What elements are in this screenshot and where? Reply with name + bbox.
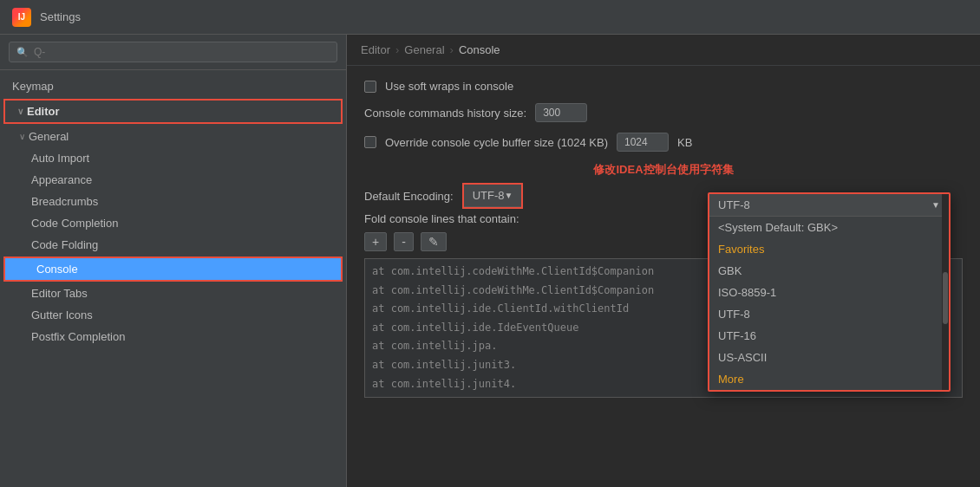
soft-wraps-row: Use soft wraps in console [364, 80, 963, 93]
sidebar-content: Keymap ∨ Editor ∨ General Auto Import Ap… [0, 70, 346, 487]
editor-chevron: ∨ [17, 107, 23, 116]
dropdown-item-more[interactable]: More [709, 368, 949, 390]
sidebar-item-postfix-completion[interactable]: Postfix Completion [0, 326, 346, 347]
search-field[interactable] [34, 46, 330, 58]
editor-label: Editor [27, 105, 60, 118]
dropdown-item-utf-16[interactable]: UTF-16 [709, 325, 949, 347]
auto-import-label: Auto Import [31, 152, 89, 165]
fold-remove-button[interactable]: - [394, 232, 414, 251]
encoding-dropdown[interactable]: UTF-8 ▼ [462, 183, 524, 209]
appearance-label: Appearance [31, 173, 92, 186]
encoding-selected-value: UTF-8 [473, 189, 505, 202]
sidebar: 🔍 Keymap ∨ Editor ∨ General Auto Impo [0, 35, 347, 487]
code-folding-label: Code Folding [31, 238, 98, 251]
encoding-dropdown-arrow: ▼ [504, 191, 513, 200]
breadcrumb-sep-2: › [450, 43, 454, 56]
history-size-input[interactable] [535, 103, 587, 122]
sidebar-item-keymap[interactable]: Keymap [0, 75, 346, 97]
title-bar: IJ Settings [0, 0, 980, 35]
general-chevron: ∨ [19, 132, 25, 141]
soft-wraps-checkbox[interactable] [364, 81, 376, 93]
buffer-size-checkbox[interactable] [364, 136, 376, 148]
buffer-size-row: Override console cycle buffer size (1024… [364, 133, 963, 152]
sidebar-item-breadcrumbs[interactable]: Breadcrumbs [0, 191, 346, 212]
buffer-size-label: Override console cycle buffer size (1024… [385, 136, 608, 149]
history-size-label: Console commands history size: [364, 107, 526, 120]
code-completion-label: Code Completion [31, 217, 118, 230]
app-logo: IJ [12, 8, 31, 27]
content-area: Editor › General › Console Use soft wrap… [347, 35, 980, 487]
dropdown-item-utf-8[interactable]: UTF-8 [709, 303, 949, 325]
dropdown-scrollbar-thumb[interactable] [943, 272, 948, 324]
sidebar-item-gutter-icons[interactable]: Gutter Icons [0, 304, 346, 326]
postfix-completion-label: Postfix Completion [31, 330, 125, 343]
breadcrumb-sep-1: › [395, 43, 399, 56]
encoding-label: Default Encoding: [364, 190, 454, 203]
breadcrumb: Editor › General › Console [347, 35, 980, 66]
soft-wraps-label: Use soft wraps in console [385, 80, 513, 93]
breadcrumb-console: Console [459, 43, 500, 56]
sidebar-item-code-folding[interactable]: Code Folding [0, 234, 346, 256]
fold-add-button[interactable]: + [364, 232, 387, 251]
editor-tabs-label: Editor Tabs [31, 287, 88, 300]
search-bar: 🔍 [0, 35, 346, 70]
sidebar-item-code-completion[interactable]: Code Completion [0, 212, 346, 234]
notice-text: 修改IDEA控制台使用字符集 [593, 163, 733, 176]
sidebar-item-editor-tabs[interactable]: Editor Tabs [0, 282, 346, 304]
sidebar-item-editor[interactable]: ∨ Editor [5, 101, 341, 122]
dropdown-header-value: UTF-8 [718, 198, 750, 211]
sidebar-item-appearance[interactable]: Appearance [0, 169, 346, 191]
dropdown-header-arrow: ▼ [931, 200, 940, 210]
sidebar-item-auto-import[interactable]: Auto Import [0, 147, 346, 169]
dropdown-item-iso-8859-1[interactable]: ISO-8859-1 [709, 282, 949, 303]
keymap-label: Keymap [12, 80, 54, 93]
search-icon: 🔍 [16, 47, 29, 58]
encoding-dropdown-header[interactable]: UTF-8 ▼ [464, 185, 522, 207]
buffer-size-input[interactable] [617, 133, 669, 152]
dropdown-item-system-default[interactable]: <System Default: GBK> [709, 217, 949, 238]
main-layout: 🔍 Keymap ∨ Editor ∨ General Auto Impo [0, 35, 980, 487]
gutter-icons-label: Gutter Icons [31, 308, 93, 321]
dropdown-popup-header[interactable]: UTF-8 ▼ [709, 194, 949, 217]
search-input-container[interactable]: 🔍 [9, 42, 337, 62]
notice-container: 修改IDEA控制台使用字符集 [364, 162, 963, 178]
sidebar-item-general[interactable]: ∨ General [0, 126, 346, 147]
sidebar-item-console[interactable]: Console [5, 258, 341, 280]
general-label: General [29, 130, 69, 143]
console-label: Console [36, 263, 78, 276]
encoding-dropdown-popup: UTF-8 ▼ <System Default: GBK> Favorites … [708, 192, 951, 392]
history-size-row: Console commands history size: [364, 103, 963, 122]
dropdown-item-us-ascii[interactable]: US-ASCII [709, 347, 949, 368]
fold-edit-button[interactable]: ✎ [421, 232, 447, 251]
breadcrumb-editor: Editor [361, 43, 390, 56]
breadcrumb-general: General [404, 43, 444, 56]
dropdown-section-favorites: Favorites [709, 238, 949, 260]
dropdown-item-gbk[interactable]: GBK [709, 260, 949, 282]
title-bar-title: Settings [40, 10, 81, 23]
dropdown-scrollbar-track [942, 194, 949, 390]
buffer-size-unit: KB [677, 136, 692, 149]
breadcrumbs-label: Breadcrumbs [31, 195, 98, 208]
